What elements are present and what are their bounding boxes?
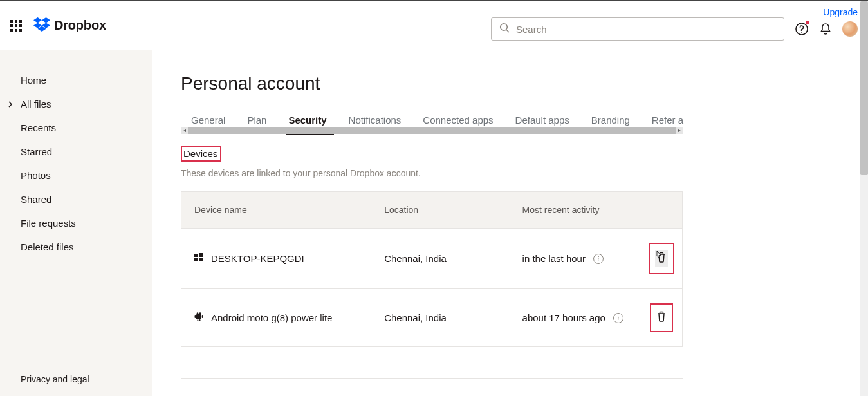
table-row: Android moto g(8) power liteChennai, Ind… [181, 289, 682, 346]
sidebar-item-label: All files [21, 99, 51, 109]
tab-security[interactable]: Security [288, 113, 326, 127]
devices-subheading: These devices are linked to your persona… [181, 168, 840, 178]
svg-point-14 [197, 312, 199, 314]
svg-marker-1 [42, 17, 50, 23]
chevron-right-icon [8, 99, 13, 109]
sidebar-item-label: Shared [21, 194, 51, 205]
tab-scrollbar[interactable]: ◂ ▸ [181, 127, 683, 134]
device-name: Android moto g(8) power lite [211, 312, 332, 323]
trash-icon [656, 311, 667, 325]
col-header-name: Device name [181, 192, 371, 228]
app-launcher-icon[interactable] [10, 20, 22, 32]
svg-rect-16 [195, 315, 196, 318]
upgrade-link[interactable]: Upgrade [823, 7, 858, 17]
svg-marker-0 [33, 17, 42, 23]
tab-refer-a[interactable]: Refer a [652, 113, 683, 127]
devices-heading: Devices [181, 146, 221, 162]
tab-scroll-right[interactable]: ▸ [676, 127, 683, 134]
device-location: Chennai, India [371, 239, 509, 278]
table-row: DESKTOP-KEPQGDIChennai, Indiain the last… [181, 229, 682, 289]
svg-line-6 [506, 30, 509, 32]
brand-name: Dropbox [54, 18, 106, 33]
device-activity: about 17 hours ago [522, 312, 605, 323]
info-icon[interactable]: i [613, 313, 623, 323]
unlink-device-button[interactable] [656, 311, 667, 325]
svg-point-15 [199, 312, 201, 314]
search-input[interactable] [516, 24, 776, 35]
sidebar-item-all-files[interactable]: All files [0, 92, 152, 116]
col-header-location: Location [371, 192, 509, 228]
windows-icon [194, 253, 203, 264]
sidebar-item-label: File requests [21, 218, 76, 229]
sidebar-item-home[interactable]: Home [0, 68, 152, 92]
tab-connected-apps[interactable]: Connected apps [423, 113, 493, 127]
sidebar-item-label: Deleted files [21, 241, 74, 252]
svg-rect-12 [199, 258, 203, 261]
sidebar-item-label: Home [21, 75, 46, 86]
sidebar-item-label: Photos [21, 170, 51, 181]
sidebar-item-deleted-files[interactable]: Deleted files [0, 235, 152, 259]
privacy-legal-link[interactable]: Privacy and legal [0, 365, 152, 396]
device-activity: in the last hour [522, 253, 586, 264]
sidebar-item-label: Recents [21, 122, 56, 133]
dropbox-icon [33, 17, 50, 34]
svg-rect-10 [199, 253, 203, 257]
tab-general[interactable]: General [191, 113, 225, 127]
svg-rect-11 [194, 258, 198, 261]
scrollbar-thumb[interactable] [860, 1, 868, 175]
svg-point-5 [501, 24, 508, 31]
svg-rect-17 [202, 315, 203, 318]
avatar[interactable] [842, 21, 858, 37]
scrollbar[interactable] [860, 1, 868, 396]
bell-icon[interactable] [819, 23, 832, 35]
svg-rect-19 [199, 319, 201, 321]
android-icon [194, 312, 203, 324]
svg-rect-13 [196, 314, 201, 319]
search-icon [499, 23, 510, 35]
device-location: Chennai, India [371, 298, 509, 337]
help-icon[interactable] [795, 22, 809, 36]
col-header-activity: Most recent activity [510, 192, 641, 228]
svg-rect-18 [198, 319, 199, 321]
tab-default-apps[interactable]: Default apps [515, 113, 569, 127]
sidebar-item-photos[interactable]: Photos [0, 164, 152, 187]
unlink-device-button[interactable] [655, 250, 668, 267]
device-name: DESKTOP-KEPQGDI [211, 253, 304, 264]
sidebar-item-recents[interactable]: Recents [0, 116, 152, 140]
tab-branding[interactable]: Branding [591, 113, 630, 127]
svg-rect-9 [194, 254, 198, 257]
page-title: Personal account [181, 73, 840, 94]
tab-plan[interactable]: Plan [247, 113, 266, 127]
tab-notifications[interactable]: Notifications [349, 113, 402, 127]
sidebar-item-file-requests[interactable]: File requests [0, 211, 152, 235]
sidebar-item-starred[interactable]: Starred [0, 140, 152, 164]
trash-icon [656, 252, 667, 265]
tab-scroll-left[interactable]: ◂ [181, 127, 188, 134]
svg-point-8 [801, 32, 802, 33]
sidebar-item-label: Starred [21, 146, 52, 157]
brand-logo[interactable]: Dropbox [33, 17, 106, 34]
devices-table: Device name Location Most recent activit… [181, 191, 683, 347]
sidebar-item-shared[interactable]: Shared [0, 187, 152, 211]
info-icon[interactable]: i [593, 254, 604, 264]
search-input-wrap[interactable] [491, 17, 784, 41]
sidebar: HomeAll filesRecentsStarredPhotosSharedF… [0, 50, 152, 396]
